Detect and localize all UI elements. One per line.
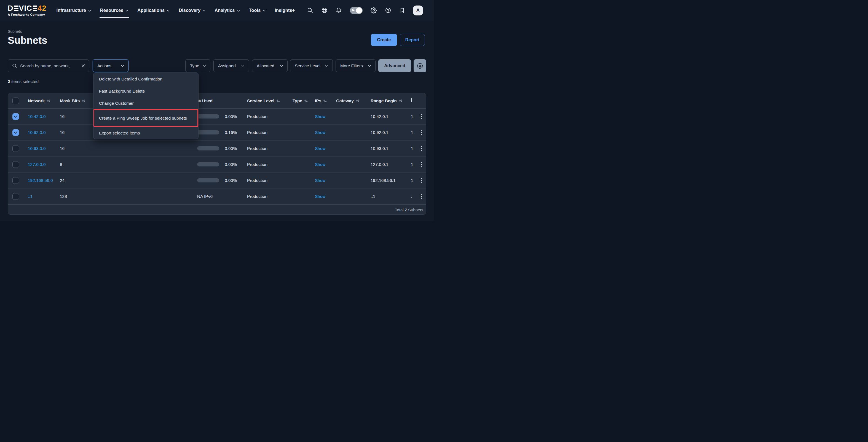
chevron-down-icon: [241, 64, 245, 68]
row-menu-kebab[interactable]: [417, 193, 426, 200]
theme-toggle[interactable]: [350, 7, 363, 14]
table-row: 10.42.0.0 16 0.00% Production Show 10.42…: [8, 109, 426, 125]
gear-icon: [417, 63, 423, 69]
settings-gear-icon[interactable]: [371, 7, 377, 13]
subnet-search: [8, 59, 89, 72]
chevron-down-icon: [280, 64, 283, 68]
column-header-ips[interactable]: IPs: [315, 98, 336, 103]
menu-item-fast-background-delete[interactable]: Fast Background Delete: [93, 85, 198, 97]
truncated-cell-value: 1: [411, 146, 417, 151]
truncated-cell-value: 1: [411, 130, 417, 135]
chevron-down-icon: [88, 9, 91, 12]
nav-item-resources[interactable]: Resources: [100, 0, 128, 21]
filter-allocated[interactable]: Allocated: [252, 59, 287, 72]
network-link[interactable]: 10.92.0.0: [28, 130, 46, 135]
column-header-range-begin[interactable]: Range Begin: [371, 98, 411, 103]
column-header-service-level[interactable]: Service Level: [247, 98, 292, 103]
row-checkbox[interactable]: [12, 193, 19, 200]
bookmark-icon[interactable]: [399, 7, 405, 13]
logo-digit-4: 4: [38, 5, 42, 12]
logo-digit-2: 2: [42, 5, 46, 12]
actions-dropdown-button[interactable]: Actions: [93, 59, 128, 72]
nav-item-tools[interactable]: Tools: [249, 0, 266, 21]
selection-summary: 2 items selected: [8, 79, 39, 84]
truncated-cell-value: 1: [411, 162, 417, 167]
table-row: 127.0.0.0 8 0.00% Production Show 127.0.…: [8, 157, 426, 172]
mask-bits-value: 16: [60, 146, 197, 151]
row-menu-kebab[interactable]: [417, 129, 426, 136]
network-link[interactable]: 192.168.56.0: [28, 178, 53, 183]
menu-item-create-ping-sweep-job[interactable]: Create a Ping Sweep Job for selected sub…: [93, 109, 198, 127]
clear-search-icon[interactable]: [81, 63, 86, 68]
mask-bits-value: 8: [60, 162, 197, 167]
ips-show-link[interactable]: Show: [315, 162, 326, 167]
menu-item-export-selected[interactable]: Export selected items: [93, 127, 198, 139]
truncated-column-header: [411, 98, 412, 102]
row-checkbox[interactable]: [12, 145, 19, 152]
breadcrumb[interactable]: Subnets: [8, 29, 22, 34]
sort-icon: [304, 99, 308, 103]
help-icon[interactable]: [385, 7, 391, 13]
table-settings-button[interactable]: [413, 59, 426, 72]
logo-letters: VIC: [19, 5, 32, 12]
create-button[interactable]: Create: [371, 34, 397, 46]
check-icon: [14, 114, 18, 118]
notifications-bell-icon[interactable]: [336, 7, 342, 13]
avatar[interactable]: A: [413, 5, 423, 15]
ips-show-link[interactable]: Show: [315, 114, 326, 119]
nav-item-applications[interactable]: Applications: [137, 0, 170, 21]
report-button[interactable]: Report: [400, 34, 425, 46]
column-header-network[interactable]: Network: [28, 98, 60, 103]
advanced-button[interactable]: Advanced: [378, 59, 411, 72]
nav-item-discovery[interactable]: Discovery: [179, 0, 206, 21]
table-footer: Total7Subnets: [8, 204, 426, 215]
table-row: 10.92.0.0 16 0.16% Production Show 10.92…: [8, 125, 426, 140]
network-link[interactable]: 127.0.0.0: [28, 162, 46, 167]
menu-item-change-customer[interactable]: Change Customer: [93, 97, 198, 109]
service-level-value: Production: [247, 114, 292, 119]
row-menu-kebab[interactable]: [417, 161, 426, 168]
search-icon[interactable]: [307, 7, 313, 13]
moon-icon: [351, 8, 355, 13]
chevron-down-icon: [237, 9, 240, 12]
service-level-value: Production: [247, 194, 292, 199]
nav-item-infrastructure[interactable]: Infrastructure: [57, 0, 91, 21]
range-begin-value: 127.0.0.1: [371, 162, 411, 167]
ips-show-link[interactable]: Show: [315, 130, 326, 135]
nav-item-analytics[interactable]: Analytics: [215, 0, 240, 21]
select-all-checkbox[interactable]: [12, 98, 19, 104]
column-header-used[interactable]: % Used: [197, 98, 247, 103]
row-menu-kebab[interactable]: [417, 177, 426, 184]
row-checkbox[interactable]: [12, 161, 19, 168]
selection-count: 2: [8, 79, 10, 84]
navbar-utilities: A: [307, 5, 434, 15]
column-header-gateway[interactable]: Gateway: [336, 98, 371, 103]
network-link[interactable]: 10.42.0.0: [28, 114, 46, 119]
ips-show-link[interactable]: Show: [315, 194, 326, 199]
filter-type[interactable]: Type: [185, 59, 210, 72]
column-header-type[interactable]: Type: [292, 98, 315, 103]
ips-show-link[interactable]: Show: [315, 146, 326, 151]
logo-letter: D: [8, 5, 13, 12]
subnets-page: D VIC 4 2 A Freshworks Company Infrastru…: [0, 0, 434, 221]
row-checkbox[interactable]: [12, 177, 19, 184]
ips-show-link[interactable]: Show: [315, 178, 326, 183]
globe-icon[interactable]: [321, 7, 328, 13]
row-menu-kebab[interactable]: [417, 113, 426, 120]
service-level-value: Production: [247, 130, 292, 135]
device42-logo[interactable]: D VIC 4 2 A Freshworks Company: [8, 4, 46, 16]
filter-assigned[interactable]: Assigned: [213, 59, 249, 72]
menu-item-delete-detailed[interactable]: Delete with Detailed Confirmation: [93, 73, 198, 85]
row-checkbox[interactable]: [12, 129, 19, 136]
filter-service-level[interactable]: Service Level: [290, 59, 333, 72]
used-pct-value: 0.00%: [225, 162, 237, 167]
row-checkbox[interactable]: [12, 113, 19, 120]
main-nav: Infrastructure Resources Applications Di…: [57, 0, 295, 21]
network-link[interactable]: ::1: [28, 194, 33, 199]
row-menu-kebab[interactable]: [417, 145, 426, 152]
network-link[interactable]: 10.93.0.0: [28, 146, 46, 151]
nav-item-insights[interactable]: Insights+: [275, 0, 295, 21]
search-input[interactable]: [20, 63, 78, 68]
filter-more-filters[interactable]: More Filters: [336, 59, 376, 72]
truncated-cell-value: 1: [411, 178, 417, 183]
